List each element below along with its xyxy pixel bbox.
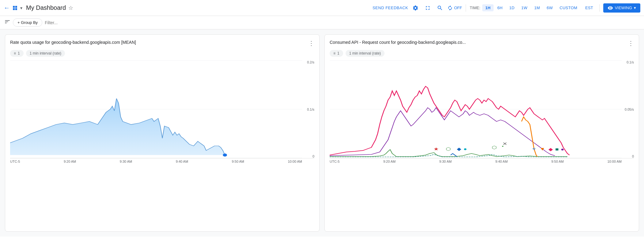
chart-header-2: Consumed API - Request count for geocodi… (330, 40, 634, 47)
svg-text:◆: ◆ (457, 147, 462, 152)
chart-interval-badge-2[interactable]: 1 min interval (rate) (346, 50, 385, 57)
time-1h-button[interactable]: 1H (482, 4, 494, 11)
time-controls: TIME: 1H 6H 1D 1W 1M 6W CUSTOM (470, 4, 580, 11)
svg-text:⬡: ⬡ (492, 145, 497, 150)
auto-refresh-label: OFF (454, 6, 462, 10)
svg-text:●: ● (561, 147, 564, 152)
y-label-mid-1: 0.1/s (302, 108, 314, 111)
filter-bar: + Group By (0, 16, 644, 29)
time-6w-button[interactable]: 6W (544, 4, 556, 11)
chart-badges-1: ≡ 1 1 min interval (rate) (10, 50, 314, 57)
x-label: 9:20 AM (383, 160, 396, 163)
interval-badge-label-2: 1 min interval (rate) (349, 51, 381, 55)
x-label: 10:00 AM (607, 160, 621, 163)
chart-svg-container-1 (10, 60, 302, 158)
chart-header-1: Rate quota usage for geocoding-backend.g… (10, 40, 314, 47)
chart-x-labels-1: UTC-5 9:20 AM 9:30 AM 9:40 AM 9:50 AM 10… (10, 160, 314, 163)
chart-svg-1 (10, 60, 302, 158)
chart-svg-container-2: ★ ⬡ ◆ ● ⬡ ▪ ✕ + ▼ (330, 60, 622, 158)
x-label: 9:50 AM (551, 160, 564, 163)
main-content: Rate quota usage for geocoding-backend.g… (0, 29, 644, 237)
filter-input[interactable] (45, 20, 640, 25)
top-nav: ← ▾ My Dashboard ☆ SEND FEEDBACK OFF TIM… (0, 0, 644, 16)
x-label: 9:50 AM (232, 160, 244, 163)
chart-interval-badge-1[interactable]: 1 min interval (rate) (26, 50, 65, 57)
interval-badge-label-1: 1 min interval (rate) (30, 51, 61, 55)
settings-icon[interactable] (411, 3, 420, 13)
favorite-star-icon[interactable]: ☆ (68, 5, 73, 11)
chart-title-1: Rate quota usage for geocoding-backend.g… (10, 40, 136, 46)
y-label-bot-1: 0 (302, 154, 314, 158)
filter-menu-icon[interactable] (4, 19, 10, 26)
nav-divider (466, 4, 466, 12)
time-6h-button[interactable]: 6H (494, 4, 506, 11)
filter-badge-icon-1: ≡ (14, 51, 16, 55)
chart-svg-2: ★ ⬡ ◆ ● ⬡ ▪ ✕ + ▼ (330, 60, 622, 158)
y-label-top-1: 0.2/s (302, 60, 314, 64)
search-icon[interactable] (435, 3, 445, 13)
chart-menu-1[interactable]: ⋮ (308, 40, 314, 47)
x-label: 9:40 AM (176, 160, 188, 163)
grid-dropdown-icon[interactable]: ▾ (20, 6, 22, 10)
chart-title-2: Consumed API - Request count for geocodi… (330, 40, 466, 46)
filter-badge-count-1: 1 (18, 51, 20, 55)
x-label: 9:40 AM (495, 160, 508, 163)
chart-area-2: ★ ⬡ ◆ ● ⬡ ▪ ✕ + ▼ (330, 60, 634, 158)
svg-text:●: ● (464, 147, 467, 152)
svg-text:+: + (532, 146, 536, 152)
viewing-dropdown-icon: ▾ (634, 6, 636, 10)
y-label-mid-2: 0.05/s (622, 108, 634, 111)
chart-area-1: 0.2/s 0.1/s 0 (10, 60, 314, 158)
page-title: My Dashboard (26, 4, 66, 11)
group-by-label: + Group By (17, 20, 38, 25)
chart-card-1: Rate quota usage for geocoding-backend.g… (5, 34, 320, 232)
time-1d-button[interactable]: 1D (506, 4, 517, 11)
x-label: 9:20 AM (64, 160, 76, 163)
send-feedback-button[interactable]: SEND FEEDBACK (373, 6, 408, 10)
svg-text:▼: ▼ (540, 147, 545, 152)
chart-y-labels-1: 0.2/s 0.1/s 0 (302, 60, 314, 158)
auto-refresh-toggle[interactable]: OFF (447, 5, 462, 11)
chart-y-labels-2: 0.1/s 0.05/s 0 (622, 60, 634, 158)
chart-filter-badge-1[interactable]: ≡ 1 (10, 50, 24, 57)
y-label-bot-2: 0 (622, 154, 634, 158)
viewing-button[interactable]: VIEWING ▾ (603, 3, 640, 13)
chart-x-labels-2: UTC-5 9:20 AM 9:30 AM 9:40 AM 9:50 AM 10… (330, 160, 634, 163)
svg-text:◆: ◆ (548, 147, 553, 152)
grid-icon[interactable] (12, 5, 18, 11)
time-1w-button[interactable]: 1W (518, 4, 531, 11)
nav-divider2 (599, 4, 600, 12)
chart-badges-2: ≡ 1 1 min interval (rate) (330, 50, 634, 57)
viewing-label: VIEWING (615, 6, 632, 10)
chart-filter-badge-2[interactable]: ≡ 1 (330, 50, 343, 57)
timezone-button[interactable]: EST (583, 4, 595, 11)
fullscreen-icon[interactable] (423, 3, 433, 13)
x-label: 9:30 AM (439, 160, 452, 163)
svg-text:✕: ✕ (502, 142, 507, 146)
chart-menu-2[interactable]: ⋮ (628, 40, 634, 47)
svg-text:⬡: ⬡ (446, 147, 451, 152)
group-by-button[interactable]: + Group By (13, 18, 42, 27)
x-label: UTC-5 (10, 160, 20, 163)
time-custom-button[interactable]: CUSTOM (556, 4, 580, 11)
filter-badge-icon-2: ≡ (333, 51, 335, 55)
svg-point-0 (223, 154, 227, 157)
svg-text:■: ■ (555, 147, 559, 152)
x-label: 9:30 AM (120, 160, 132, 163)
time-label: TIME: (470, 6, 480, 10)
x-label: 10:00 AM (288, 160, 302, 163)
back-button[interactable]: ← (4, 4, 10, 11)
filter-badge-count-2: 1 (337, 51, 339, 55)
time-1m-button[interactable]: 1M (531, 4, 543, 11)
chart-card-2: Consumed API - Request count for geocodi… (324, 34, 639, 232)
x-label: UTC-5 (330, 160, 339, 163)
svg-text:★: ★ (434, 147, 439, 152)
y-label-top-2: 0.1/s (622, 60, 634, 64)
